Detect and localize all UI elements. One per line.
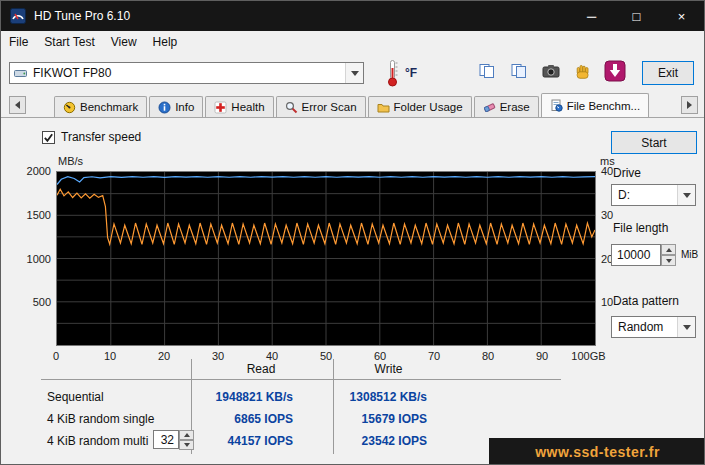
tab-erase[interactable]: Erase <box>474 96 539 117</box>
app-window: HD Tune Pro 6.10 ─ □ × File Start Test V… <box>0 0 705 465</box>
x-tick: 10 <box>104 350 116 362</box>
tab-label: File Benchm... <box>567 100 641 112</box>
triangle-up-icon <box>666 248 672 252</box>
triangle-down-icon <box>666 259 672 263</box>
x-tick: 60 <box>374 350 386 362</box>
data-pattern-select[interactable]: Random <box>611 316 696 338</box>
info-icon <box>158 101 171 114</box>
drive-selector-value: FIKWOT FP80 <box>33 66 111 80</box>
tab-scroll-right[interactable] <box>681 96 698 114</box>
tab-label: Folder Usage <box>394 101 463 113</box>
result-write-value: 15679 IOPS <box>289 412 427 426</box>
copy-text-button[interactable] <box>473 59 501 87</box>
minimize-button[interactable]: ─ <box>569 1 614 31</box>
exit-button[interactable]: Exit <box>642 61 694 85</box>
drive-selector[interactable]: FIKWOT FP80 <box>9 62 364 84</box>
result-row-label: 4 KiB random single <box>47 412 154 426</box>
y-left-tick: 1500 <box>15 209 51 221</box>
transfer-speed-checkbox[interactable] <box>42 131 55 144</box>
tab-label: Info <box>175 101 194 113</box>
tab-scroll-left[interactable] <box>9 96 26 114</box>
file-length-spin-down[interactable] <box>661 255 676 266</box>
tab-label: Error Scan <box>302 101 357 113</box>
y-right-tick: 40 <box>601 165 613 177</box>
y-left-tick: 500 <box>15 296 51 308</box>
y-left-tick: 2000 <box>15 165 51 177</box>
file-benchmark-icon <box>550 99 563 112</box>
copy-image-icon <box>510 63 528 83</box>
tab-info[interactable]: Info <box>149 96 203 117</box>
x-tick: 40 <box>266 350 278 362</box>
tab-label: Erase <box>500 101 530 113</box>
x-tick: 50 <box>320 350 332 362</box>
temperature-unit-label: °F <box>405 66 417 80</box>
menubar: File Start Test View Help <box>1 31 704 53</box>
pan-tool-button[interactable] <box>569 59 597 87</box>
watermark: www.ssd-tester.fr <box>489 438 705 465</box>
tab-strip: Benchmark Info Health Error Scan Folder … <box>30 93 679 117</box>
file-length-spinner <box>661 244 676 266</box>
drive-icon <box>14 68 27 79</box>
menu-help[interactable]: Help <box>145 32 186 52</box>
file-length-input[interactable]: 10000 <box>611 244 661 266</box>
eraser-icon <box>483 101 496 114</box>
copy-image-button[interactable] <box>505 59 533 87</box>
thermometer-icon <box>386 59 399 87</box>
screenshot-button[interactable] <box>537 59 565 87</box>
menu-view[interactable]: View <box>103 32 145 52</box>
transfer-speed-option: Transfer speed <box>42 130 141 144</box>
folder-icon <box>377 101 390 114</box>
tab-folder-usage[interactable]: Folder Usage <box>368 96 472 117</box>
y-left-axis-ticks: 500100015002000 <box>17 171 53 346</box>
close-button[interactable]: × <box>659 1 704 31</box>
chevron-down-icon <box>677 185 695 205</box>
app-icon <box>10 8 26 24</box>
file-length-unit-label: MiB <box>681 249 698 260</box>
save-results-button[interactable] <box>601 59 629 87</box>
tab-benchmark[interactable]: Benchmark <box>54 96 147 117</box>
camera-icon <box>542 64 560 82</box>
hand-icon <box>575 63 591 84</box>
x-tick: 80 <box>482 350 494 362</box>
table-divider-horizontal <box>41 379 561 380</box>
health-icon <box>214 101 227 114</box>
x-tick: 20 <box>158 350 170 362</box>
titlebar: HD Tune Pro 6.10 ─ □ × <box>1 1 704 31</box>
y-right-tick: 30 <box>601 209 613 221</box>
drive-select[interactable]: D: <box>611 184 696 206</box>
drive-label: Drive <box>613 166 641 180</box>
start-button[interactable]: Start <box>611 131 697 154</box>
tab-error-scan[interactable]: Error Scan <box>276 96 366 117</box>
y-left-axis-unit: MB/s <box>58 155 83 167</box>
write-column-header: Write <box>336 362 441 376</box>
error-scan-icon <box>285 101 298 114</box>
tab-health[interactable]: Health <box>205 96 273 117</box>
x-tick: 70 <box>428 350 440 362</box>
chart-canvas <box>57 172 595 345</box>
window-controls: ─ □ × <box>569 1 704 31</box>
benchmark-chart <box>56 171 596 346</box>
x-tick: 90 <box>536 350 548 362</box>
x-tick: 0 <box>53 350 59 362</box>
data-pattern-label: Data pattern <box>613 294 679 308</box>
read-column-header: Read <box>196 362 326 376</box>
download-icon <box>604 60 626 86</box>
menu-start-test[interactable]: Start Test <box>36 32 102 52</box>
toolbar: FIKWOT FP80 °F Exit <box>1 53 704 93</box>
data-pattern-value: Random <box>618 320 663 334</box>
copy-text-icon <box>478 63 496 83</box>
file-length-spin-up[interactable] <box>661 244 676 255</box>
drive-select-value: D: <box>618 188 630 202</box>
result-row-label: 4 KiB random multi <box>47 434 148 448</box>
chevron-right-icon <box>687 101 692 109</box>
tab-bar: Benchmark Info Health Error Scan Folder … <box>1 93 704 117</box>
y-left-tick: 1000 <box>15 253 51 265</box>
result-write-value: 23542 IOPS <box>289 434 427 448</box>
transfer-speed-label: Transfer speed <box>61 130 141 144</box>
window-title: HD Tune Pro 6.10 <box>34 9 130 23</box>
result-read-value: 6865 IOPS <box>161 412 293 426</box>
chevron-down-icon <box>677 317 695 337</box>
tab-file-benchmark[interactable]: File Benchm... <box>541 93 650 117</box>
menu-file[interactable]: File <box>1 32 36 52</box>
maximize-button[interactable]: □ <box>614 1 659 31</box>
